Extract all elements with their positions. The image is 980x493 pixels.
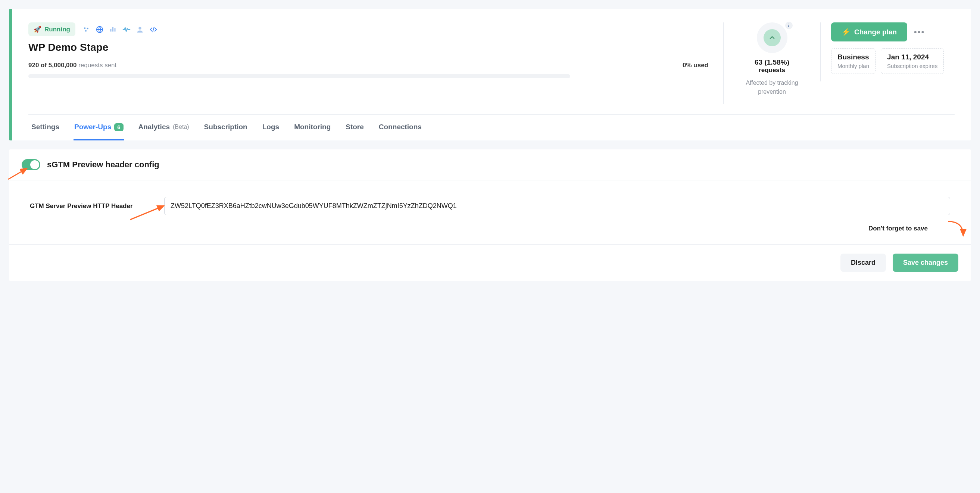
container-title: WP Demo Stape (29, 41, 723, 53)
discard-button[interactable]: Discard (840, 254, 886, 272)
usage-label: requests sent (78, 62, 116, 69)
tab-connections[interactable]: Connections (378, 115, 422, 140)
rocket-icon: 🚀 (33, 26, 41, 33)
prevention-caption: Affected by tracking prevention (734, 78, 810, 96)
integration-icons (82, 26, 158, 34)
expiry-card: Jan 11, 2024 Subscription expires (881, 48, 944, 74)
svg-point-7 (138, 27, 141, 29)
header-field-label: GTM Server Preview HTTP Header (30, 203, 157, 210)
tabs-nav: Settings Power-Ups 6 Analytics (Beta) Su… (29, 114, 955, 140)
globe-icon (95, 26, 104, 34)
tab-analytics[interactable]: Analytics (Beta) (138, 115, 190, 140)
lightning-icon: ⚡ (842, 28, 851, 36)
tab-subscription[interactable]: Subscription (204, 115, 248, 140)
user-icon (136, 26, 144, 34)
tab-store[interactable]: Store (345, 115, 364, 140)
more-button[interactable]: ••• (914, 27, 925, 37)
dots-horizontal-icon: ••• (914, 27, 925, 37)
pulse-icon (123, 26, 130, 34)
tab-logs[interactable]: Logs (262, 115, 280, 140)
tab-badge: 6 (114, 123, 123, 131)
tab-beta-label: (Beta) (173, 124, 189, 130)
info-icon[interactable]: i (785, 22, 793, 29)
svg-rect-5 (112, 27, 113, 31)
plan-card: Business Monthly plan (831, 48, 875, 74)
save-changes-button[interactable]: Save changes (892, 254, 958, 272)
save-hint: Don't forget to save (30, 225, 950, 232)
chevron-up-icon (769, 34, 775, 41)
code-icon (149, 26, 158, 34)
svg-rect-4 (110, 29, 111, 31)
plan-expires-sub: Subscription expires (887, 63, 937, 69)
header-main-col: 🚀 Running WP Demo Stape 920 (29, 22, 723, 78)
usage-progress-bar (29, 74, 570, 78)
tab-monitoring[interactable]: Monitoring (293, 115, 331, 140)
config-toggle[interactable] (22, 159, 40, 170)
status-badge: 🚀 Running (29, 22, 75, 36)
usage-text: 920 of 5,000,000 requests sent (29, 62, 116, 69)
usage-count: 920 of 5,000,000 (29, 62, 76, 69)
plan-col: ⚡ Change plan ••• Business Monthly plan … (820, 22, 955, 81)
bars-icon (109, 26, 117, 34)
dots-icon (82, 26, 90, 34)
container-header-card: 🚀 Running WP Demo Stape 920 (9, 9, 971, 140)
status-text: Running (45, 26, 70, 33)
svg-point-2 (85, 30, 87, 31)
header-field-input[interactable] (164, 197, 950, 215)
plan-name: Business (837, 53, 869, 61)
prevention-col: i 63 (1.58%) requests Affected by tracki… (723, 22, 820, 104)
tab-power-ups[interactable]: Power-Ups 6 (73, 115, 124, 140)
tab-settings[interactable]: Settings (30, 115, 60, 140)
plan-expires: Jan 11, 2024 (887, 53, 937, 61)
change-plan-button[interactable]: ⚡ Change plan (831, 22, 907, 41)
svg-point-0 (84, 27, 86, 29)
usage-percent: 0% used (682, 62, 708, 69)
toggle-knob (30, 160, 39, 169)
svg-rect-6 (115, 28, 116, 31)
svg-point-1 (87, 28, 88, 29)
change-plan-label: Change plan (854, 28, 897, 36)
prevention-circle (757, 22, 788, 53)
config-card: sGTM Preview header config GTM Server Pr… (9, 149, 971, 281)
prevention-unit: requests (734, 67, 810, 74)
prevention-value: 63 (1.58%) (734, 58, 810, 67)
plan-name-sub: Monthly plan (837, 63, 869, 69)
config-title: sGTM Preview header config (47, 160, 159, 169)
